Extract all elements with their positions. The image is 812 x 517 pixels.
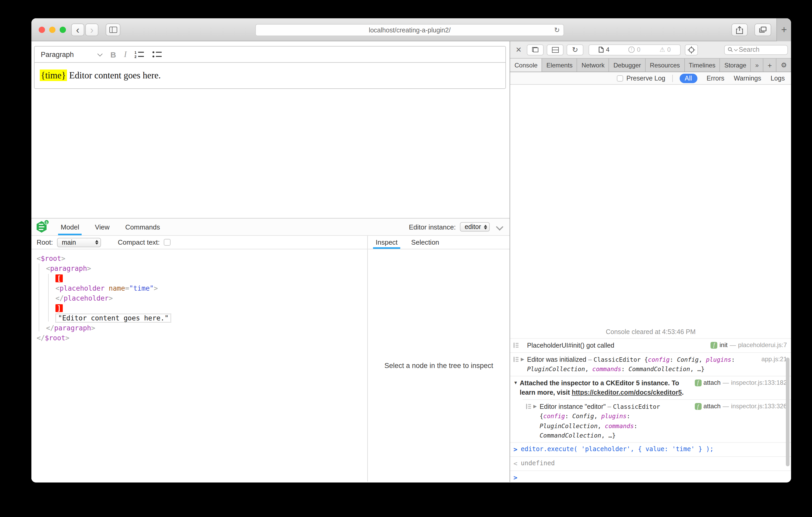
close-window-button[interactable]	[39, 27, 45, 33]
new-tab-button[interactable]: +	[776, 18, 791, 41]
console-pane[interactable]: Console cleared at 4:53:46 PM Placeholde…	[511, 85, 791, 482]
tree-line[interactable]: <$root>	[37, 253, 367, 264]
collapse-inspector-icon[interactable]	[496, 223, 503, 231]
editor-instance-select[interactable]: editor	[460, 222, 490, 232]
tree-line[interactable]: "Editor content goes here."	[37, 313, 367, 323]
minimize-window-button[interactable]	[49, 27, 55, 33]
console-prompt-row[interactable]: >	[511, 470, 791, 482]
errors-segment[interactable]: ! 0	[629, 46, 640, 53]
tree-line[interactable]: <placeholder name="time">	[37, 283, 367, 293]
numbered-list-button[interactable]: 1 2	[135, 51, 144, 58]
reload-icon[interactable]: ↻	[554, 26, 560, 34]
tree-line[interactable]: </placeholder>	[37, 293, 367, 303]
warnings-segment[interactable]: ⚠ 0	[660, 46, 671, 53]
tab-overflow-button[interactable]: »	[751, 59, 763, 71]
resource-status-group[interactable]: 4 ! 0 ⚠ 0	[588, 44, 681, 55]
console-input-echo[interactable]: > editor.execute( 'placeholder', { value…	[511, 442, 791, 456]
devtools-tab-network[interactable]: Network	[577, 59, 609, 71]
element-picker-button[interactable]	[685, 44, 698, 55]
placeholder-widget[interactable]: {time}	[40, 69, 67, 81]
source-location-link[interactable]: inspector.js:133:326	[731, 402, 787, 412]
disclosure-open-icon[interactable]: ▼	[514, 379, 520, 386]
url-text: localhost/creating-a-plugin2/	[369, 26, 451, 34]
message-source[interactable]: finit—placeholderui.js:7	[711, 341, 787, 350]
inspector-side-tab-inspect[interactable]: Inspect	[376, 236, 398, 249]
editor-content[interactable]: {time} Editor content goes here.	[34, 63, 506, 89]
search-placeholder-text: Search	[739, 46, 759, 53]
console-message[interactable]: ▶Editor was initialized – ClassicEditor …	[511, 352, 791, 376]
disclosure-closed-icon[interactable]: ▶	[533, 403, 540, 410]
devtools-tab-debugger[interactable]: Debugger	[609, 59, 646, 71]
tree-line[interactable]: <paragraph>	[37, 264, 367, 273]
console-message[interactable]: PlaceholderUI#init() got calledfinit—pla…	[511, 338, 791, 352]
inspector-tab-model[interactable]: Model	[61, 218, 79, 235]
devtools-tab-timelines[interactable]: Timelines	[685, 59, 720, 71]
close-devtools-button[interactable]: ✕	[516, 45, 522, 54]
address-bar[interactable]: localhost/creating-a-plugin2/ ↻	[255, 24, 564, 36]
italic-button[interactable]: I	[124, 50, 127, 59]
reload-icon: ↻	[572, 46, 578, 53]
heading-dropdown[interactable]: Paragraph	[41, 51, 103, 58]
bulleted-list-icon	[152, 51, 162, 58]
devtools-tab-resources[interactable]: Resources	[646, 59, 685, 71]
dock-devtools-button[interactable]	[547, 44, 563, 55]
devtools-tab-storage[interactable]: Storage	[720, 59, 751, 71]
indent-guide	[39, 264, 39, 331]
tree-token: =	[125, 284, 129, 292]
root-select[interactable]: main	[57, 238, 101, 247]
share-button[interactable]	[731, 24, 748, 36]
docs-link[interactable]: https://ckeditor.com/docs/ckeditor5	[572, 389, 682, 396]
console-scope-all[interactable]: All	[679, 73, 697, 83]
message-source[interactable]: fattach—inspector.js:133:182	[695, 378, 787, 388]
tree-token: >	[154, 284, 158, 292]
ckeditor: Paragraph B I 1 2	[34, 46, 506, 89]
devtools-tab-elements[interactable]: Elements	[542, 59, 577, 71]
console-scrollbar[interactable]	[786, 358, 789, 466]
model-tree[interactable]: <$root><paragraph>[<placeholder name="ti…	[31, 249, 368, 482]
source-location-link[interactable]: placeholderui.js:7	[738, 341, 787, 350]
tree-line[interactable]: </$root>	[37, 333, 367, 343]
message-text: Attached the inspector to a CKEditor 5 i…	[520, 378, 690, 398]
message-segment: config	[648, 356, 670, 363]
tree-line[interactable]: </paragraph>	[37, 323, 367, 333]
compact-text-checkbox[interactable]	[164, 239, 171, 246]
zoom-window-button[interactable]	[60, 27, 66, 33]
inspector-side-tab-selection[interactable]: Selection	[411, 236, 439, 249]
bulleted-list-button[interactable]	[152, 51, 162, 58]
source-location-link[interactable]: app.js:21	[761, 355, 787, 364]
bold-button[interactable]: B	[110, 50, 116, 59]
console-scope-warnings[interactable]: Warnings	[734, 74, 761, 82]
add-devtools-tab-button[interactable]: +	[763, 59, 776, 71]
reload-page-button[interactable]: ↻	[567, 44, 583, 55]
sidebar-toggle-button[interactable]	[106, 24, 120, 36]
disclosure-closed-icon[interactable]: ▶	[521, 356, 527, 363]
console-scope-logs[interactable]: Logs	[771, 74, 785, 82]
console-scope-errors[interactable]: Errors	[706, 74, 724, 82]
forward-button[interactable]: ›	[85, 24, 98, 36]
devtools-search-field[interactable]: Search	[724, 45, 788, 55]
message-segment: :	[621, 365, 629, 373]
message-source[interactable]: app.js:21	[761, 355, 787, 364]
tree-token: </	[55, 294, 64, 302]
preserve-log-checkbox[interactable]	[617, 75, 624, 81]
result-prompt-icon: <	[514, 459, 521, 468]
back-button[interactable]: ‹	[71, 24, 84, 36]
message-segment: config	[543, 413, 565, 420]
message-segment: {	[644, 356, 648, 363]
page-resources-segment[interactable]: 4	[599, 46, 610, 53]
message-source[interactable]: fattach—inspector.js:133:326	[695, 402, 787, 412]
console-message[interactable]: ▼Attached the inspector to a CKEditor 5 …	[511, 376, 791, 400]
devtools-tab-console[interactable]: Console	[511, 59, 542, 71]
tree-line[interactable]: [	[37, 273, 367, 283]
console-result-row[interactable]: < undefined	[511, 456, 791, 470]
tree-line[interactable]: ]	[37, 303, 367, 313]
detach-devtools-button[interactable]	[527, 44, 544, 55]
source-location-link[interactable]: inspector.js:133:182	[731, 378, 787, 388]
function-name: attach	[703, 378, 720, 388]
inspector-tab-view[interactable]: View	[95, 218, 110, 235]
devtools-settings-button[interactable]: ⚙	[777, 59, 791, 71]
message-segment: :	[627, 413, 630, 420]
tab-overview-button[interactable]	[754, 24, 771, 36]
inspector-tab-commands[interactable]: Commands	[125, 218, 160, 235]
console-message[interactable]: ▶Editor instance "editor" – ClassicEdito…	[523, 400, 791, 442]
